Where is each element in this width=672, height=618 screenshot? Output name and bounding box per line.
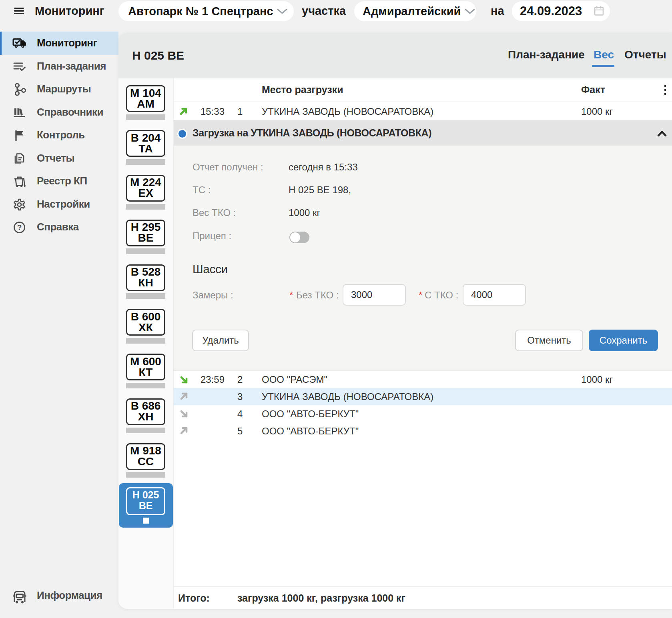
svg-text:?: ? <box>17 223 22 232</box>
